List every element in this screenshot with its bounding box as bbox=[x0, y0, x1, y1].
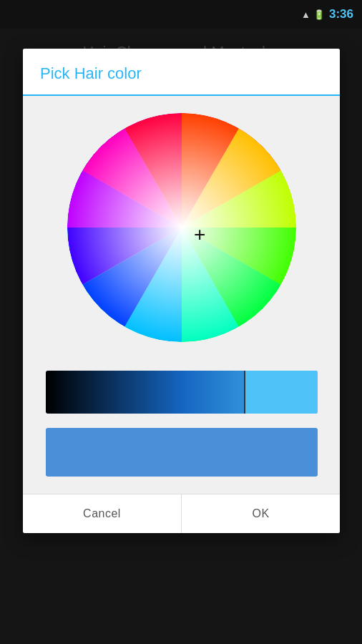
status-time: 3:36 bbox=[329, 7, 353, 21]
color-picker-dialog: Pick Hair color bbox=[23, 49, 340, 533]
dialog-content: + bbox=[23, 96, 340, 494]
svg-point-2 bbox=[67, 113, 296, 342]
ok-button[interactable]: OK bbox=[182, 494, 340, 533]
color-wheel-container[interactable]: + bbox=[67, 113, 296, 356]
status-bar: ▲ 🔋 3:36 bbox=[0, 0, 362, 29]
signal-icon: ▲ bbox=[301, 9, 310, 20]
cancel-button[interactable]: Cancel bbox=[23, 494, 182, 533]
slider-thumb bbox=[244, 371, 245, 414]
color-wheel-hue bbox=[67, 113, 296, 342]
status-icons: ▲ 🔋 bbox=[301, 9, 325, 20]
dialog-title: Pick Hair color bbox=[40, 64, 323, 83]
battery-icon: 🔋 bbox=[313, 9, 325, 20]
brightness-slider[interactable] bbox=[46, 371, 318, 414]
crosshair: + bbox=[194, 225, 205, 245]
slider-fill-right bbox=[244, 371, 318, 414]
color-wheel[interactable] bbox=[67, 113, 296, 342]
color-preview bbox=[46, 428, 318, 477]
dialog-buttons: Cancel OK bbox=[23, 494, 340, 533]
dialog-header: Pick Hair color bbox=[23, 49, 340, 96]
